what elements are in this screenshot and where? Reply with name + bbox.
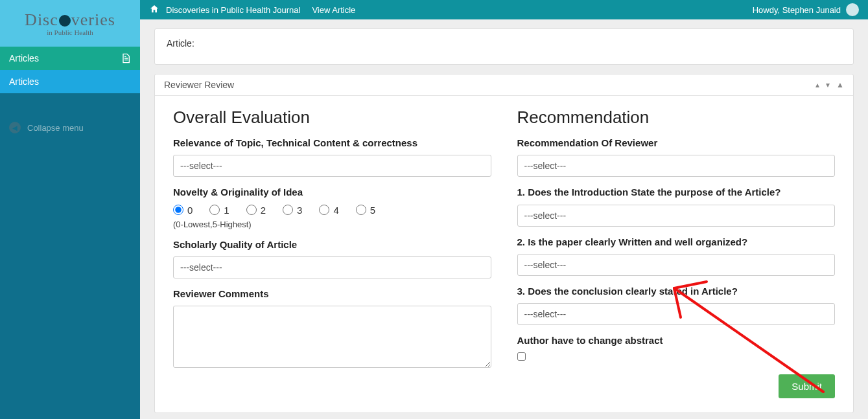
collapse-menu-button[interactable]: ◀ Collapse menu xyxy=(0,113,140,142)
chevron-up-icon[interactable]: ▴ xyxy=(815,80,819,89)
user-greeting[interactable]: Howdy, Stephen Junaid xyxy=(753,5,841,15)
q2-label: 2. Is the paper clearly Written and well… xyxy=(517,236,836,249)
article-label: Article: xyxy=(167,38,194,49)
recommendation-heading: Recommendation xyxy=(517,108,836,128)
sidebar: Discveries in Public Health Articles Art… xyxy=(0,0,140,419)
relevance-label: Relevance of Topic, Technical Content & … xyxy=(173,137,491,150)
panel-title: Reviewer Review xyxy=(164,80,234,90)
reviewer-comments-textarea[interactable] xyxy=(173,306,491,368)
novelty-hint: (0-Lowest,5-Highest) xyxy=(173,220,491,229)
sidebar-item-label: Articles xyxy=(9,76,39,87)
recommendation-column: Recommendation Recommendation Of Reviewe… xyxy=(517,108,836,398)
novelty-radio-4[interactable]: 4 xyxy=(319,205,338,216)
logo-subtitle: in Public Health xyxy=(47,28,93,36)
q3-select[interactable] xyxy=(517,303,836,325)
panel-header: Reviewer Review ▴ ▾ ▲ xyxy=(155,74,853,96)
novelty-radio-0[interactable]: 0 xyxy=(173,205,193,216)
article-card: Article: xyxy=(154,28,854,65)
scholarly-label: Scholarly Quality of Article xyxy=(173,238,491,251)
overall-evaluation-column: Overall Evaluation Relevance of Topic, T… xyxy=(173,108,491,398)
breadcrumb-view[interactable]: View Article xyxy=(312,5,355,15)
novelty-radio-group: 0 1 2 3 4 5 xyxy=(173,205,491,216)
chevron-left-icon: ◀ xyxy=(9,122,21,133)
reviewer-panel: Reviewer Review ▴ ▾ ▲ Overall Evaluation… xyxy=(154,74,854,413)
sidebar-subitem-articles[interactable]: Articles xyxy=(0,70,140,93)
q2-select[interactable] xyxy=(517,254,836,276)
globe-icon xyxy=(59,15,71,27)
document-icon xyxy=(121,53,131,63)
q1-label: 1. Does the Introduction State the purpo… xyxy=(517,186,836,199)
triangle-up-icon[interactable]: ▲ xyxy=(836,80,844,89)
abstract-change-label: Author have to change abstract xyxy=(517,334,836,347)
abstract-change-checkbox[interactable] xyxy=(517,352,526,361)
novelty-radio-5[interactable]: 5 xyxy=(356,205,375,216)
q3-label: 3. Does the conclusion clearly stated in… xyxy=(517,285,836,298)
logo: Discveries in Public Health xyxy=(0,0,140,47)
logo-title: Discveries xyxy=(25,10,115,30)
sidebar-item-label: Articles xyxy=(9,53,39,63)
collapse-menu-label: Collapse menu xyxy=(27,123,84,133)
home-icon[interactable] xyxy=(149,4,159,16)
topbar: Discoveries in Public Health Journal Vie… xyxy=(140,0,868,19)
sidebar-item-articles[interactable]: Articles xyxy=(0,47,140,70)
breadcrumb-site[interactable]: Discoveries in Public Health Journal xyxy=(166,5,300,15)
novelty-radio-2[interactable]: 2 xyxy=(246,205,266,216)
submit-button[interactable]: Submit xyxy=(779,374,835,398)
overall-heading: Overall Evaluation xyxy=(173,108,491,128)
content-area: Article: Reviewer Review ▴ ▾ ▲ Overall E… xyxy=(140,19,868,419)
recommendation-label: Recommendation Of Reviewer xyxy=(517,137,836,150)
novelty-radio-1[interactable]: 1 xyxy=(209,205,229,216)
novelty-label: Novelty & Originality of Idea xyxy=(173,186,491,199)
relevance-select[interactable] xyxy=(173,155,491,177)
avatar[interactable] xyxy=(846,3,859,16)
novelty-radio-3[interactable]: 3 xyxy=(283,205,302,216)
recommendation-select[interactable] xyxy=(517,155,836,177)
scholarly-select[interactable] xyxy=(173,256,491,278)
q1-select[interactable] xyxy=(517,205,836,227)
comments-label: Reviewer Comments xyxy=(173,288,491,300)
chevron-down-icon[interactable]: ▾ xyxy=(826,80,830,89)
